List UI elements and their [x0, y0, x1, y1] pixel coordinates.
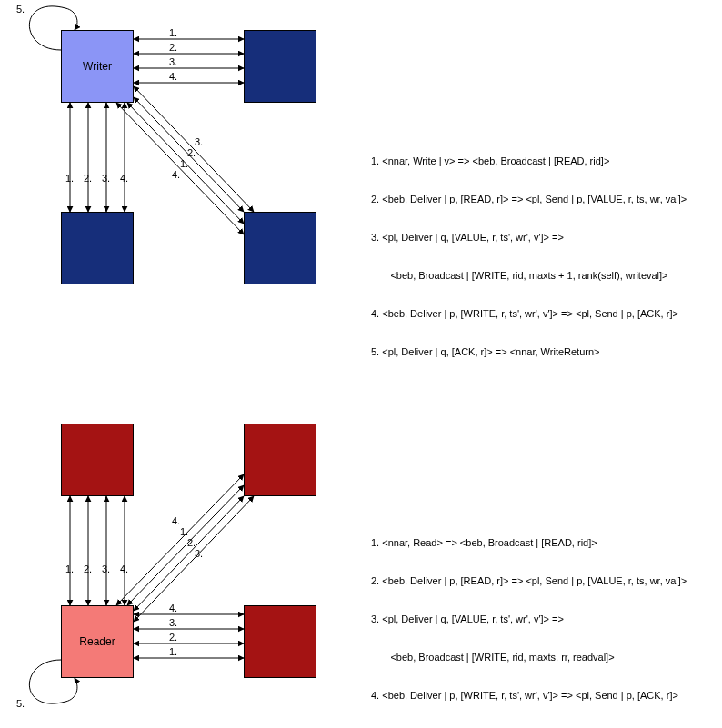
reader-peer-node-right — [244, 605, 316, 678]
writer-caption-4: 4. <beb, Deliver | p, [WRITE, r, ts', wr… — [371, 307, 687, 320]
reader-edge-tr-2: 2. — [187, 537, 196, 548]
reader-caption-3b: <beb, Broadcast | [WRITE, rid, maxts, rr… — [371, 651, 687, 663]
reader-edge-tr-4: 4. — [172, 515, 180, 526]
writer-edge-bl-3: 3. — [102, 173, 110, 184]
reader-caption-4: 4. <beb, Deliver | p, [WRITE, r, ts', wr… — [371, 689, 687, 702]
writer-edge-bl-2: 2. — [84, 173, 92, 184]
reader-node-label: Reader — [79, 635, 115, 648]
writer-edge-br-2: 2. — [187, 147, 196, 158]
reader-edge-right-4: 4. — [169, 603, 177, 613]
writer-edge-right-2: 2. — [169, 42, 177, 53]
writer-captions: 1. <nnar, Write | v> => <beb, Broadcast … — [371, 129, 687, 371]
writer-node-label: Writer — [83, 60, 112, 73]
reader-peer-node-top-right — [244, 424, 316, 496]
reader-edge-tr-3: 3. — [195, 548, 203, 559]
reader-caption-3a: 3. <pl, Deliver | q, [VALUE, r, ts', wr'… — [371, 613, 687, 625]
reader-edge-right-3: 3. — [169, 617, 177, 628]
writer-peer-node-top-right — [244, 30, 316, 103]
reader-caption-1: 1. <nnar, Read> => <beb, Broadcast | [RE… — [371, 536, 687, 549]
writer-edge-br-4: 4. — [172, 169, 180, 180]
writer-caption-5: 5. <pl, Deliver | q, [ACK, r]> => <nnar,… — [371, 345, 687, 358]
writer-edge-self-5: 5. — [16, 4, 25, 15]
writer-edge-right-3: 3. — [169, 56, 177, 67]
writer-edge-bl-4: 4. — [120, 173, 128, 184]
writer-edge-br-3: 3. — [195, 136, 203, 147]
writer-caption-2: 2. <beb, Deliver | p, [READ, r]> => <pl,… — [371, 193, 687, 205]
reader-edge-right-2: 2. — [169, 632, 177, 643]
reader-edge-tr-1: 1. — [180, 526, 188, 537]
reader-caption-2: 2. <beb, Deliver | p, [READ, r]> => <pl,… — [371, 574, 687, 587]
writer-peer-node-bottom-right — [244, 212, 316, 284]
writer-edge-right-1: 1. — [169, 27, 177, 38]
reader-edge-tl-1: 1. — [65, 563, 74, 574]
svg-line-20 — [134, 496, 254, 622]
svg-line-23 — [116, 474, 244, 605]
writer-caption-3b: <beb, Broadcast | [WRITE, rid, maxts + 1… — [371, 269, 687, 282]
reader-edge-tl-3: 3. — [102, 563, 110, 574]
reader-edge-tl-4: 4. — [120, 563, 128, 574]
reader-edge-tl-2: 2. — [84, 563, 92, 574]
writer-node: Writer — [61, 30, 134, 103]
writer-edge-bl-1: 1. — [65, 173, 74, 184]
writer-caption-1: 1. <nnar, Write | v> => <beb, Broadcast … — [371, 155, 687, 167]
svg-line-22 — [127, 485, 244, 605]
reader-peer-node-top-left — [61, 424, 134, 496]
writer-caption-3a: 3. <pl, Deliver | q, [VALUE, r, ts', wr'… — [371, 231, 687, 244]
svg-line-21 — [134, 496, 244, 611]
writer-edge-right-4: 4. — [169, 71, 177, 82]
writer-peer-node-bottom-left — [61, 212, 134, 284]
reader-edge-self-5: 5. — [16, 698, 25, 709]
reader-edge-right-1: 1. — [169, 646, 177, 657]
reader-node: Reader — [61, 605, 134, 678]
writer-edge-br-1: 1. — [180, 158, 188, 169]
reader-captions: 1. <nnar, Read> => <beb, Broadcast | [RE… — [371, 511, 687, 728]
